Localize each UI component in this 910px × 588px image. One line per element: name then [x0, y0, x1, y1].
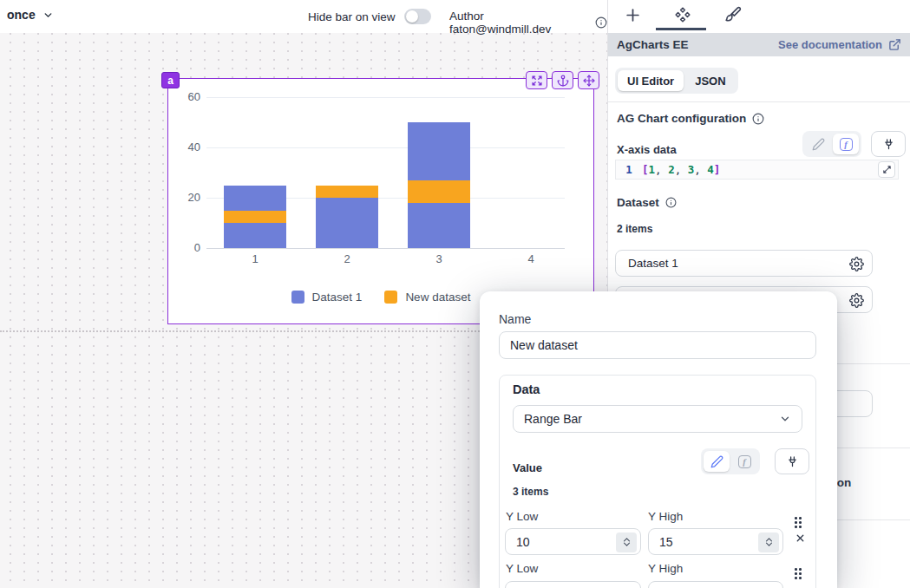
insert-component-tab[interactable] — [623, 5, 642, 24]
legend-swatch — [384, 291, 397, 304]
function-icon: f — [840, 138, 853, 151]
tab-json[interactable]: JSON — [685, 70, 735, 91]
xaxis-data-label: X-axis data — [617, 143, 677, 156]
active-tab-underline — [656, 28, 706, 30]
plus-icon — [625, 7, 641, 23]
external-link-icon — [888, 38, 901, 51]
toggle-knob — [406, 10, 418, 23]
chart-gridline — [206, 147, 565, 148]
hide-bar-control: Hide bar on view — [308, 9, 431, 24]
panel-tabs — [608, 0, 910, 33]
chart-range-bar — [316, 186, 378, 199]
xaxis-code-editor[interactable]: 1 [1, 2, 3, 4] — [615, 160, 899, 180]
chart-gridline — [206, 248, 565, 249]
chart-range-bar — [224, 211, 286, 224]
dataset-name-input[interactable] — [616, 251, 872, 276]
y-high-label: Y High — [648, 562, 683, 575]
run-mode-dropdown[interactable]: once — [7, 8, 54, 22]
x-axis-tick: 3 — [422, 252, 456, 265]
value-label: Value — [513, 461, 542, 474]
chevron-down-icon — [765, 542, 773, 547]
number-stepper[interactable] — [616, 532, 637, 552]
connect-input-button[interactable] — [775, 448, 809, 474]
dataset-edit-modal: Name Data Range Bar f Value 3 items Y Lo… — [480, 291, 837, 588]
y-high-input[interactable] — [649, 582, 782, 588]
gear-icon — [849, 293, 864, 308]
close-icon — [795, 532, 806, 544]
x-axis-tick: 2 — [330, 252, 364, 265]
hide-bar-toggle[interactable] — [404, 9, 431, 24]
number-stepper[interactable] — [758, 532, 779, 552]
component-settings-tab[interactable] — [673, 5, 692, 24]
author-info: Author faton@windmill.dev — [449, 10, 607, 36]
diagonal-expand-icon — [882, 165, 892, 174]
drag-handle[interactable] — [795, 568, 802, 579]
data-label: Data — [513, 382, 540, 396]
static-edit-button[interactable] — [805, 134, 831, 154]
name-field-wrap — [499, 331, 816, 359]
dataset-settings-button[interactable] — [849, 257, 864, 271]
dataset-settings-button[interactable] — [849, 293, 864, 308]
chevron-down-icon — [623, 542, 631, 547]
code-content: [1, 2, 3, 4] — [642, 163, 720, 176]
info-icon — [665, 197, 677, 208]
y-low-label: Y Low — [506, 562, 538, 575]
expand-editor-button[interactable] — [878, 161, 895, 178]
x-axis-tick: 4 — [514, 252, 548, 265]
component-type-title: AgCharts EE — [617, 38, 689, 51]
legend-item[interactable]: New dataset — [384, 291, 470, 304]
y-axis-tick: 40 — [168, 140, 200, 154]
pencil-icon — [812, 138, 825, 151]
drag-handle[interactable] — [795, 517, 802, 528]
y-high-input-wrap — [648, 528, 783, 555]
legend-item[interactable]: Dataset 1 — [291, 291, 363, 304]
legend-label: Dataset 1 — [312, 291, 363, 304]
editor-mode-switch: UI Editor JSON — [615, 68, 738, 94]
dataset-row — [615, 250, 873, 277]
y-low-input[interactable] — [506, 582, 640, 588]
hide-bar-label: Hide bar on view — [308, 10, 396, 23]
connect-input-button[interactable] — [871, 131, 906, 157]
line-number: 1 — [616, 163, 642, 176]
y-low-input-wrap — [505, 528, 641, 555]
config-section-title: AG Chart configuration — [617, 112, 764, 125]
chevron-down-icon — [779, 413, 791, 425]
topbar: once Hide bar on view Author faton@windm… — [0, 0, 607, 33]
app-root: once Hide bar on view Author faton@windm… — [0, 0, 910, 588]
chart-gridline — [206, 97, 565, 98]
info-icon[interactable] — [595, 16, 607, 29]
value-input-mode-group: f — [701, 448, 760, 474]
expression-mode-button[interactable]: f — [833, 134, 859, 154]
name-label: Name — [499, 312, 531, 326]
y-axis-tick: 0 — [168, 241, 200, 254]
value-items-count: 3 items — [513, 486, 548, 498]
remove-value-button[interactable] — [795, 532, 806, 544]
chart-bar — [316, 198, 378, 248]
see-documentation-link[interactable]: See documentation — [778, 38, 901, 51]
run-mode-label: once — [7, 8, 36, 22]
static-edit-button[interactable] — [704, 451, 730, 472]
chart-range-bar — [408, 180, 470, 203]
y-axis-tick: 60 — [168, 90, 200, 103]
styling-tab[interactable] — [723, 5, 743, 24]
dataset-name-field[interactable] — [500, 332, 815, 358]
components-icon — [674, 6, 691, 23]
y-low-label: Y Low — [506, 510, 538, 523]
plug-icon — [882, 138, 895, 151]
y-high-input-wrap — [648, 581, 783, 588]
legend-label: New dataset — [405, 291, 470, 304]
component-type-header: AgCharts EE See documentation — [608, 33, 910, 56]
pencil-icon — [710, 455, 723, 468]
dataset-type-select[interactable]: Range Bar — [513, 405, 802, 433]
tab-ui-editor[interactable]: UI Editor — [618, 70, 684, 91]
chevron-down-icon — [43, 10, 54, 21]
expression-mode-button[interactable]: f — [731, 451, 757, 472]
y-high-label: Y High — [648, 510, 683, 523]
y-axis-tick: 20 — [168, 191, 200, 204]
y-low-input-wrap — [505, 581, 641, 588]
info-icon — [752, 113, 764, 125]
chart-component[interactable]: a 02040601234 Dataset 1New dataset — [167, 78, 594, 324]
legend-swatch — [291, 291, 304, 304]
x-axis-tick: 1 — [238, 252, 272, 265]
function-icon: f — [738, 455, 751, 468]
